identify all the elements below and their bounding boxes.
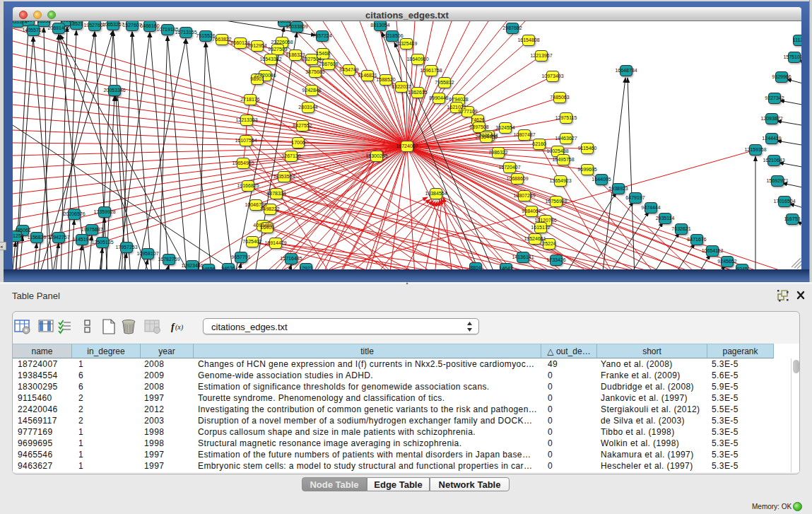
svg-text:(x): (x) [175,323,184,332]
